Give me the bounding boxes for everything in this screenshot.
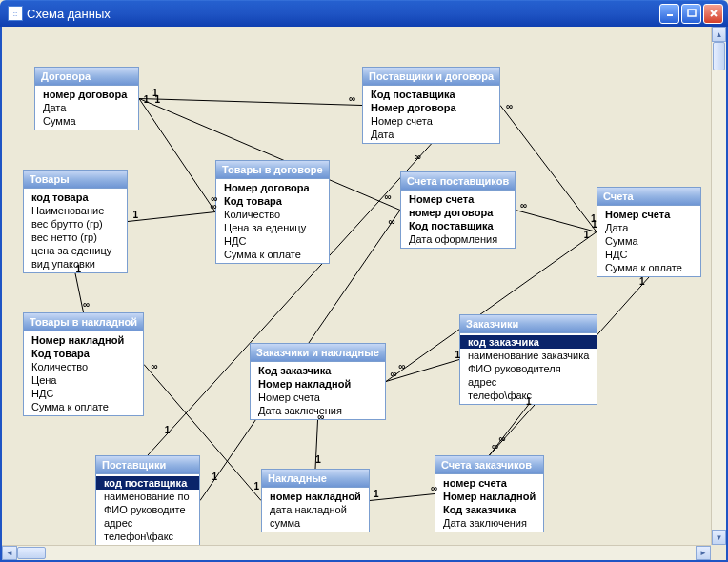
- table-header[interactable]: Товары: [24, 171, 127, 189]
- table-field[interactable]: наименование по: [96, 490, 199, 503]
- db-table[interactable]: Накладныеномер накладнойдата накладнойсу…: [261, 469, 370, 532]
- table-field[interactable]: Дата заключения: [435, 516, 543, 530]
- table-field[interactable]: Сумма: [35, 114, 138, 128]
- table-header[interactable]: Поставщики и договора: [363, 68, 499, 86]
- table-field[interactable]: Код товара: [24, 347, 143, 360]
- table-field[interactable]: Код поставщика: [363, 88, 499, 101]
- vertical-scroll-thumb[interactable]: [713, 42, 725, 70]
- scroll-up-arrow[interactable]: ▲: [712, 27, 726, 42]
- table-field[interactable]: Дата: [363, 128, 499, 141]
- cardinality-label: ∞: [317, 411, 324, 422]
- table-field[interactable]: Номер договора: [216, 181, 329, 194]
- table-field[interactable]: вес брутто (гр): [24, 217, 127, 231]
- scroll-left-arrow[interactable]: ◄: [2, 546, 17, 560]
- table-field[interactable]: ФИО руководите: [96, 503, 199, 516]
- table-field[interactable]: Сумма: [597, 234, 700, 248]
- field-list: Номер договораКод товараКоличествоЦена з…: [216, 179, 329, 263]
- cardinality-label: 1: [374, 489, 379, 499]
- table-field[interactable]: Дата: [597, 221, 700, 234]
- table-field[interactable]: телефон\факс: [96, 530, 199, 543]
- db-table[interactable]: Заказчикикод заказчиканаименование заказ…: [459, 314, 597, 405]
- table-header[interactable]: Заказчики: [460, 315, 597, 333]
- horizontal-scrollbar[interactable]: ◄ ►: [2, 545, 711, 560]
- table-header[interactable]: Счета поставщиков: [401, 172, 515, 191]
- table-field[interactable]: код поставщика: [96, 476, 199, 490]
- db-table[interactable]: Поставщики и договораКод поставщикаНомер…: [362, 67, 500, 144]
- cardinality-label: 1: [455, 350, 460, 360]
- table-field[interactable]: Количество: [24, 360, 143, 373]
- table-field[interactable]: код товара: [24, 191, 127, 204]
- table-field[interactable]: номер договора: [401, 206, 515, 219]
- table-field[interactable]: наименование заказчика: [460, 349, 597, 362]
- cardinality-label: ∞: [520, 200, 527, 211]
- table-field[interactable]: Номер счета: [363, 114, 499, 128]
- table-field[interactable]: номер накладной: [262, 490, 369, 503]
- cardinality-label: 1: [154, 94, 160, 105]
- table-field[interactable]: НДС: [216, 234, 329, 248]
- db-table[interactable]: Заказчики и накладныеКод заказчикаНомер …: [250, 343, 386, 420]
- table-field[interactable]: Номер счета: [401, 192, 515, 206]
- table-field[interactable]: вес нетто (гр): [24, 231, 127, 244]
- table-field[interactable]: ФИО руководителя: [460, 362, 597, 375]
- db-table[interactable]: Товары в накладнойНомер накладнойКод тов…: [23, 312, 144, 416]
- table-field[interactable]: Номер накладной: [24, 333, 143, 347]
- diagram-canvas[interactable]: Договораномер договораДатаСуммаПоставщик…: [4, 29, 711, 545]
- table-field[interactable]: дата накладной: [262, 503, 369, 516]
- table-field[interactable]: Номер счета: [597, 208, 700, 221]
- table-header[interactable]: Договора: [35, 68, 138, 86]
- db-table[interactable]: Счета поставщиковНомер счетаномер догово…: [400, 171, 516, 249]
- field-list: номер договораДатаСумма: [35, 86, 138, 130]
- db-table[interactable]: Поставщикикод поставщиканаименование поФ…: [95, 455, 200, 546]
- table-field[interactable]: Номер договора: [363, 101, 499, 114]
- table-field[interactable]: сумма: [262, 516, 369, 530]
- table-header[interactable]: Товары в договоре: [216, 161, 329, 179]
- scroll-right-arrow[interactable]: ►: [696, 546, 711, 560]
- table-field[interactable]: Код товара: [216, 194, 329, 208]
- table-field[interactable]: Дата оформления: [401, 232, 515, 246]
- table-header[interactable]: Счета заказчиков: [435, 456, 543, 474]
- table-field[interactable]: Код заказчика: [251, 364, 385, 377]
- scroll-down-arrow[interactable]: ▼: [712, 530, 726, 545]
- db-table[interactable]: СчетаНомер счетаДатаСуммаНДССумма к опла…: [597, 187, 701, 277]
- table-field[interactable]: адрес: [96, 516, 199, 530]
- table-field[interactable]: Наименование: [24, 204, 127, 217]
- table-field[interactable]: Дата: [35, 101, 138, 114]
- minimize-button[interactable]: [659, 4, 679, 24]
- horizontal-scroll-thumb[interactable]: [17, 547, 46, 559]
- table-field[interactable]: Цена: [24, 373, 143, 387]
- db-table[interactable]: Счета заказчиковномер счетаНомер накладн…: [435, 455, 544, 532]
- table-header[interactable]: Заказчики и накладные: [251, 344, 385, 362]
- table-header[interactable]: Накладные: [262, 470, 369, 488]
- table-field[interactable]: Номер счета: [251, 391, 385, 404]
- titlebar[interactable]: :: Схема данных: [0, 0, 728, 27]
- table-field[interactable]: Код заказчика: [435, 503, 543, 516]
- table-field[interactable]: Сумма к оплате: [24, 400, 143, 413]
- cardinality-label: ∞: [415, 151, 421, 162]
- cardinality-label: ∞: [210, 201, 216, 211]
- table-header[interactable]: Поставщики: [96, 456, 199, 474]
- table-header[interactable]: Счета: [597, 188, 700, 206]
- table-field[interactable]: Сумма к оплате: [216, 248, 329, 261]
- table-field[interactable]: номер договора: [35, 88, 138, 101]
- table-header[interactable]: Товары в накладной: [24, 313, 143, 331]
- table-field[interactable]: НДС: [24, 387, 143, 400]
- table-field[interactable]: Цена за еденицу: [216, 221, 329, 234]
- db-table[interactable]: Товарыкод товараНаименованиевес брутто (…: [23, 170, 128, 273]
- table-field[interactable]: номер счета: [435, 476, 543, 490]
- table-field[interactable]: Номер накладной: [251, 377, 385, 391]
- cardinality-label: ∞: [506, 101, 513, 111]
- table-field[interactable]: Номер накладной: [435, 490, 543, 503]
- table-field[interactable]: Сумма к оплате: [597, 261, 700, 274]
- table-field[interactable]: цена за еденицу: [24, 244, 127, 257]
- cardinality-label: 1: [144, 94, 150, 105]
- table-field[interactable]: Количество: [216, 208, 329, 221]
- vertical-scrollbar[interactable]: ▲ ▼: [711, 27, 726, 545]
- db-table[interactable]: Товары в договореНомер договораКод товар…: [215, 160, 330, 264]
- table-field[interactable]: НДС: [597, 248, 700, 261]
- close-button[interactable]: [703, 4, 723, 24]
- table-field[interactable]: код заказчика: [460, 335, 597, 349]
- table-field[interactable]: Код поставщика: [401, 219, 515, 232]
- db-table[interactable]: Договораномер договораДатаСумма: [34, 67, 139, 130]
- table-field[interactable]: адрес: [460, 375, 597, 389]
- maximize-button[interactable]: [681, 4, 701, 24]
